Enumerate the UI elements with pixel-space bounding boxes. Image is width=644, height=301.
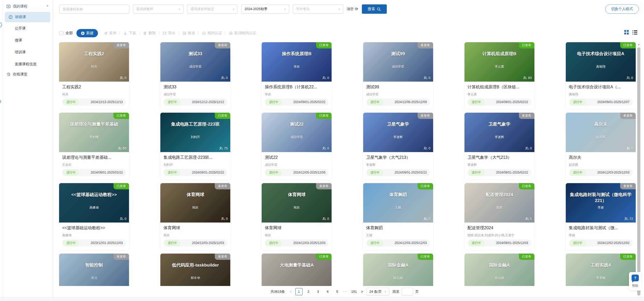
sidebar-item-class-course[interactable]: 班级课	[5, 12, 50, 22]
new-course-button[interactable]: 新建	[76, 29, 98, 37]
toolbar-action-label: 推送	[188, 31, 195, 35]
course-info: 测试33 成信学堂 进行中 2024/12/12-2025/12/12	[160, 82, 230, 106]
page-button[interactable]: 5	[334, 288, 341, 295]
sidebar-item-micro-course[interactable]: 微课	[2, 34, 53, 46]
course-info: 误差理论与测量平差基础... 王永前 进行中 2024/09/01-2025/0…	[59, 152, 129, 176]
course-card[interactable]: 未发布 测试99 成信学堂 0 测试99 成信学堂 进行中 2024/12/09…	[363, 42, 433, 109]
student-count-value: 0	[428, 146, 430, 150]
course-status-row: 进行中 2024/12/03-2025/12/03	[163, 239, 227, 247]
help-widget[interactable]: ? 帮助	[629, 272, 641, 291]
course-card[interactable]: 已发布 计算机组成原理B 李云冀 80 计算机组成原理B（区块链... 李云冀 …	[464, 42, 534, 109]
course-status-pill: 进行中	[367, 169, 383, 176]
prev-page-button[interactable]: <	[289, 290, 293, 294]
course-card[interactable]: 未发布 低代码应用-taskbuilder 郑丰华	[160, 254, 230, 286]
sidebar-item-live-course-info[interactable]: 直播课程信息	[2, 58, 53, 70]
semester-select[interactable]: 2024-2025秋季 ∨	[241, 4, 289, 14]
sidebar-group-my-courses[interactable]: 我的课程 ⌃	[2, 4, 53, 9]
course-card[interactable]: 已发布 <<篮球基础运动教程>> 高健雄 0 <<篮球基础运动教程>> 高健雄 …	[59, 183, 129, 250]
page-button[interactable]: 3	[314, 288, 322, 295]
list-view-icon[interactable]	[632, 30, 637, 34]
toolbar-action-delete[interactable]: 删除	[143, 31, 156, 35]
publish-status-select[interactable]: 请选择发布状态 ∨	[187, 4, 238, 14]
course-card[interactable]: 已发布 配送管理2024 陈煜 5 配送管理2024 陈煜,胡云涛,刘成华,刘小…	[464, 183, 534, 250]
toolbar-action-publish[interactable]: 发布	[104, 31, 116, 35]
search-button[interactable]: 搜索	[362, 4, 387, 14]
toolbar-action-takedown[interactable]: 下架	[123, 31, 136, 35]
publish-status-badge: 未发布	[519, 113, 534, 119]
publish-status-badge: 已发布	[418, 183, 433, 189]
course-card[interactable]: 已发布 国际金融A 陈弘娟	[464, 254, 534, 286]
page-button-active[interactable]: 1	[295, 288, 303, 295]
toolbar-action-certify[interactable]: 校内认证	[202, 31, 222, 35]
page-button[interactable]: 2	[305, 288, 312, 295]
help-question-icon[interactable]: ?	[632, 275, 639, 281]
course-card[interactable]: 未发布 测试33 成信学堂 0 测试33 成信学堂 进行中 2024/12/12…	[160, 42, 230, 109]
course-date-range: 2024/09/01-2025/02/22	[192, 171, 224, 174]
toolbar-separator	[225, 31, 226, 35]
course-card[interactable]: 未发布 高尔夫 赵浩茜 0 高尔夫 赵浩茜 进行中 2024/12/03-202…	[566, 113, 636, 180]
course-card[interactable]: 未发布 工程实践2 何兵 0 工程实践2 何兵 进行中 2024/12/13-2…	[59, 42, 129, 109]
chevron-down-icon: ∨	[231, 8, 235, 11]
course-card[interactable]: 未发布 体育网球 祝欣 0 体育网球 祝欣 进行中 2024/12/03-202…	[262, 183, 332, 250]
last-page-button[interactable]: 151	[350, 288, 358, 295]
course-title: 误差理论与测量平差基础...	[62, 155, 126, 160]
clear-filters-button[interactable]: 清空 ⟳	[347, 7, 358, 11]
course-card[interactable]: 已发布 测试22 成信学堂 0 测试22 成信学堂 进行中 2024/12/05…	[262, 113, 332, 180]
page-size-select[interactable]: 24 条/页 ∨	[367, 288, 389, 296]
cover-teacher-name: 成信学堂	[262, 135, 332, 139]
course-card[interactable]: 已发布 集成电路工艺原理-223班 刘利芹 75 集成电路工艺原理-223班..…	[160, 113, 230, 180]
scrollbar-thumb[interactable]	[637, 47, 640, 296]
course-status-row: 进行中 2024/12/05-2025/12/05	[265, 169, 328, 176]
vertical-scrollbar[interactable]: ▲	[637, 42, 641, 297]
jump-to-page-input[interactable]	[402, 288, 413, 296]
toolbar-action-uncertify[interactable]: 取消校内认证	[229, 31, 256, 35]
teacher-select[interactable]: 请选择教师 ∨	[133, 4, 183, 14]
more-pages-button[interactable]: ···	[343, 290, 348, 293]
sidebar-item-open-course[interactable]: 公开课	[2, 22, 53, 34]
cover-course-title: <<篮球基础运动教程>>	[59, 192, 129, 198]
search-course-input[interactable]	[59, 4, 129, 14]
page-button[interactable]: 4	[324, 288, 331, 295]
course-card[interactable]: 未发布 智能控制 竟洁	[59, 254, 129, 286]
course-card[interactable]: 已发布 国际金融A 陈弘娟	[363, 254, 433, 286]
course-cover-image: 已发布 <<篮球基础运动教程>> 高健雄 0	[59, 183, 129, 223]
toolbar-action-export[interactable]: 导出	[163, 31, 175, 35]
next-page-button[interactable]: >	[360, 290, 364, 294]
sidebar-item-label: 班级课	[15, 15, 26, 19]
student-count: 60	[118, 146, 126, 150]
chevron-up-icon[interactable]: ⌃	[46, 5, 49, 8]
select-all-checkbox[interactable]	[59, 31, 63, 35]
course-cover-image: 未发布 卫星气象学 李谢辉 0	[464, 113, 534, 152]
people-icon	[322, 147, 326, 150]
course-card[interactable]: 未发布 卫星气象学 李谢辉 0 卫星气象学（大气213） 李谢辉 进行中 202…	[363, 113, 433, 180]
sidebar-item-online-classroom[interactable]: 在线课堂	[2, 70, 53, 79]
toolbar-separator	[179, 31, 179, 35]
course-card[interactable]: 已发布 工程实践4 李享梅	[566, 254, 636, 286]
course-card[interactable]: 已发布 误差理论与测量平差基础 李剑锋 60 误差理论与测量平差基础... 王永…	[59, 113, 129, 180]
course-card[interactable]: 已发布 操作系统原理B 张欢 0 操作系统原理B（计算机22... 张欢 进行中…	[262, 42, 332, 109]
course-card[interactable]: 未发布 体育网球 祝欣 0 体育网球 祝欣 进行中 2024/12/03-202…	[160, 183, 230, 250]
course-date-range: 2024/09/01-2025/02/22	[293, 100, 325, 104]
grid-view-icon[interactable]	[624, 30, 629, 34]
course-card[interactable]: 未发布 集成电路封装与测试（微电科学221） 李婧 72 集成电路封装与测试（微…	[566, 183, 636, 250]
student-count-value: 0	[428, 76, 430, 80]
page-size-value: 24 条/页	[369, 289, 382, 294]
people-icon	[221, 217, 225, 220]
toolbar-action-push[interactable]: 推送	[182, 31, 195, 35]
course-info: 集成电路工艺原理-223班... 刘利芹 进行中 2024/09/01-2025…	[160, 152, 230, 176]
course-status-row: 进行中 2024/09/01-2025/02/22	[62, 169, 126, 176]
course-teacher: 张欢	[265, 92, 328, 96]
course-status-pill: 进行中	[468, 169, 484, 176]
course-card[interactable]: 已发布 大地测量学基础A	[262, 254, 332, 286]
scroll-up-arrow-icon[interactable]: ▲	[637, 42, 641, 46]
course-card[interactable]: 未发布 卫星气象学 李谢辉 0 卫星气象学（大气213） 李谢辉 进行中 202…	[464, 113, 534, 180]
switch-personal-mode-button[interactable]: 切换个人模式	[605, 4, 639, 14]
student-count: 0	[322, 76, 329, 80]
subject-select[interactable]: 学科专业 ∨	[293, 4, 343, 14]
course-title: 集成电路工艺原理-223班...	[163, 155, 227, 160]
course-card[interactable]: 已发布 电子技术综合设计项目A 高瑜翔 0 电子技术综合设计项目A（... 高瑜…	[566, 42, 636, 109]
toolbar-action-label: 取消校内认证	[234, 31, 256, 35]
sidebar-item-training-course[interactable]: 培训课	[2, 46, 53, 58]
course-card[interactable]: 已发布 体育舞蹈 王婧 0 体育舞蹈 王婧 进行中 2024/12/03-202…	[363, 183, 433, 250]
course-date-range: 2024/12/02-2025/12/02	[597, 241, 629, 245]
